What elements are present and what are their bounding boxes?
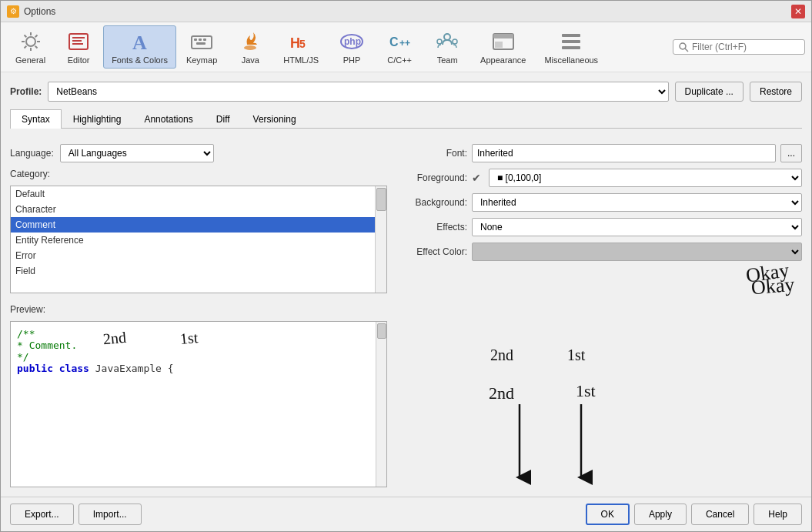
left-panel: Language: All Languages Category: Defaul… xyxy=(10,144,387,487)
preview-line-4: public class JavaExample { xyxy=(17,363,380,374)
svg-point-19 xyxy=(437,39,442,44)
tab-diff[interactable]: Diff xyxy=(205,109,242,129)
toolbar-cpp[interactable]: C ++ C/C++ xyxy=(376,25,423,69)
foreground-row: Foreground: ✔ ■ [0,100,0] xyxy=(398,169,802,187)
preview-label: Preview: xyxy=(10,304,387,315)
toolbar-editor[interactable]: Editor xyxy=(55,25,102,69)
list-item[interactable]: Field xyxy=(11,263,386,279)
import-button[interactable]: Import... xyxy=(79,504,142,525)
background-row: Background: Inherited xyxy=(398,193,802,212)
window-icon: ⚙ xyxy=(7,5,19,18)
java-label: Java xyxy=(242,55,259,65)
font-row: Font: ... xyxy=(398,144,802,162)
list-item-selected[interactable]: Comment xyxy=(11,217,386,233)
close-button[interactable]: ✕ xyxy=(791,5,805,18)
bottom-right: OK Apply Cancel Help xyxy=(586,504,802,525)
general-label: General xyxy=(15,55,45,65)
toolbar-general[interactable]: General xyxy=(7,25,54,69)
svg-rect-26 xyxy=(562,46,580,49)
category-label: Category: xyxy=(10,169,387,179)
toolbar: General Editor A Fonts & Colors xyxy=(1,22,811,72)
preview-scrollbar-thumb[interactable] xyxy=(377,323,386,339)
team-label: Team xyxy=(437,55,458,65)
svg-rect-22 xyxy=(493,34,513,38)
java-icon xyxy=(238,29,262,54)
effects-select[interactable]: None xyxy=(472,218,802,236)
window-title: Options xyxy=(24,6,55,17)
svg-line-28 xyxy=(685,49,688,52)
apply-button[interactable]: Apply xyxy=(634,504,687,525)
effect-color-row: Effect Color: xyxy=(398,243,802,261)
svg-text:++: ++ xyxy=(399,38,410,49)
cancel-button[interactable]: Cancel xyxy=(691,504,749,525)
category-list-wrapper: Default Character Comment Entity Referen… xyxy=(10,186,387,293)
list-scrollbar[interactable] xyxy=(375,186,386,293)
first-annotation: 1st xyxy=(567,346,585,364)
effects-row: Effects: None xyxy=(398,218,802,236)
toolbar-misc[interactable]: Miscellaneous xyxy=(536,25,606,69)
help-button[interactable]: Help xyxy=(754,504,802,525)
svg-text:A: A xyxy=(132,32,147,54)
export-button[interactable]: Export... xyxy=(10,504,74,525)
svg-point-0 xyxy=(26,37,35,46)
svg-text:php: php xyxy=(344,36,361,47)
preview-scrollbar[interactable] xyxy=(376,322,386,487)
svg-rect-9 xyxy=(203,38,206,41)
editor-icon xyxy=(66,29,91,54)
tab-annotations[interactable]: Annotations xyxy=(132,109,204,129)
content-area: Profile: NetBeans Duplicate ... Restore … xyxy=(1,72,811,497)
scrollbar-thumb[interactable] xyxy=(376,188,386,211)
second-annotation: 2nd xyxy=(490,346,513,364)
svg-rect-7 xyxy=(194,38,197,41)
toolbar-keymap[interactable]: Keymap xyxy=(178,25,226,69)
language-row: Language: All Languages xyxy=(10,144,387,162)
font-label: Font: xyxy=(398,148,467,159)
toolbar-appearance[interactable]: Appearance xyxy=(472,25,534,69)
svg-rect-25 xyxy=(562,40,580,43)
toolbar-team[interactable]: Team xyxy=(424,25,470,69)
list-item[interactable]: Default xyxy=(11,186,386,202)
ok-button[interactable]: OK xyxy=(586,504,630,525)
list-item[interactable]: Entity Reference xyxy=(11,233,386,248)
toolbar-php[interactable]: php PHP xyxy=(329,25,375,69)
font-input[interactable] xyxy=(472,144,776,162)
font-browse-button[interactable]: ... xyxy=(780,144,802,162)
preview-area: /** * Comment. */ public class JavaExamp… xyxy=(10,321,387,487)
profile-select[interactable]: NetBeans xyxy=(48,82,668,102)
tabs: Syntax Highlighting Annotations Diff Ver… xyxy=(10,109,802,129)
misc-icon xyxy=(559,29,583,54)
svg-point-18 xyxy=(444,34,450,40)
filter-input[interactable] xyxy=(692,42,800,52)
annotation-area: Okay 2nd 1st xyxy=(398,267,802,487)
title-bar: ⚙ Options ✕ xyxy=(1,1,811,22)
language-label: Language: xyxy=(10,148,54,159)
tab-syntax[interactable]: Syntax xyxy=(10,109,62,129)
tab-highlighting[interactable]: Highlighting xyxy=(62,109,133,129)
toolbar-fonts-colors[interactable]: A Fonts & Colors xyxy=(103,25,176,69)
background-select[interactable]: Inherited xyxy=(472,193,802,212)
fonts-colors-label: Fonts & Colors xyxy=(112,55,168,65)
effect-color-select[interactable] xyxy=(472,243,802,261)
html-js-label: HTML/JS xyxy=(283,55,319,65)
duplicate-button[interactable]: Duplicate ... xyxy=(675,82,743,102)
svg-point-20 xyxy=(453,39,457,44)
options-window: ⚙ Options ✕ General xyxy=(0,0,812,532)
toolbar-java[interactable]: Java xyxy=(227,25,273,69)
tab-versioning[interactable]: Versioning xyxy=(242,109,308,129)
foreground-check: ✔ xyxy=(472,172,481,184)
cpp-label: C/C++ xyxy=(387,55,412,65)
category-list[interactable]: Default Character Comment Entity Referen… xyxy=(11,186,386,293)
annotation-2nd: 2nd xyxy=(102,329,127,349)
toolbar-html-js[interactable]: H 5 HTML/JS xyxy=(275,25,327,69)
language-select[interactable]: All Languages xyxy=(60,144,214,162)
svg-point-11 xyxy=(244,45,256,50)
list-item[interactable]: Character xyxy=(11,202,386,217)
list-item[interactable]: Error xyxy=(11,248,386,263)
svg-rect-8 xyxy=(199,38,202,41)
php-icon: php xyxy=(339,29,364,54)
foreground-select[interactable]: ■ [0,100,0] xyxy=(489,169,802,187)
restore-button[interactable]: Restore xyxy=(750,82,802,102)
annotation-1st: 1st xyxy=(179,329,199,348)
html-js-icon: H 5 xyxy=(289,29,313,54)
misc-label: Miscellaneous xyxy=(544,55,598,65)
